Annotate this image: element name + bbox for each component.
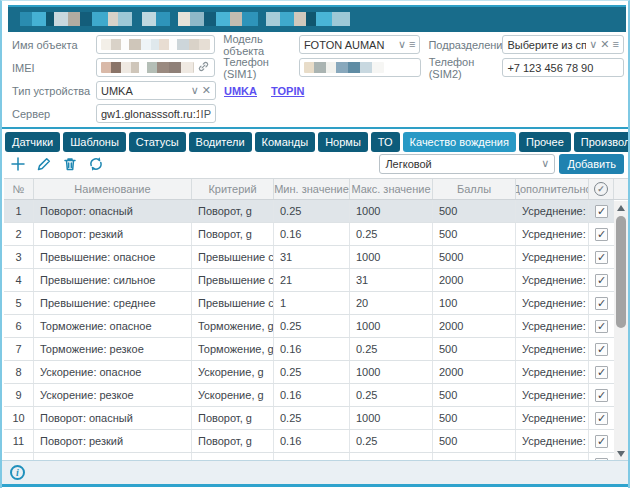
criterion-name: Поворот: опасный [34, 407, 192, 429]
criterion-type: Превышение с… [192, 453, 274, 460]
server-input[interactable]: gw1.glonasssoft.ru:1505 IP [96, 104, 216, 123]
list-menu-icon[interactable]: ≡ [409, 39, 415, 50]
row-checkbox[interactable]: ✓ [595, 274, 608, 287]
clear-icon[interactable]: ✕ [600, 39, 609, 50]
extra-info: Усреднение: П… [516, 200, 589, 222]
link-chain-icon[interactable] [197, 60, 210, 75]
table-row[interactable]: 1Поворот: опасныйПоворот, g0.251000500Ус… [4, 200, 614, 223]
tab-водители[interactable]: Водители [189, 132, 252, 152]
criterion-type: Поворот, g [192, 223, 274, 245]
criterion-name: Поворот: резкий [34, 223, 192, 245]
select-all-header[interactable]: ✓ [589, 179, 614, 199]
criterion-name: Торможение: опасное [34, 315, 192, 337]
row-checkbox[interactable]: ✓ [595, 366, 608, 379]
column-header[interactable]: Критерий [192, 179, 274, 199]
criterion-name: Ускорение: резкое [34, 384, 192, 406]
scroll-up-icon[interactable] [614, 201, 628, 215]
vehicle-type-select[interactable]: Легковой ∨ [379, 154, 555, 174]
min-value: 1 [274, 292, 350, 314]
tab-то[interactable]: ТО [371, 132, 400, 152]
device-type-value: UMKA [101, 85, 188, 97]
table-row[interactable]: 7Торможение: резкоеТорможение, g0.160.25… [4, 338, 614, 361]
phone-sim2-value: +7 123 456 78 90 [507, 62, 619, 74]
row-checkbox[interactable]: ✓ [595, 389, 608, 402]
extra-info: Усреднение: П… [516, 338, 589, 360]
max-value: 1000 [350, 315, 433, 337]
column-header[interactable]: Наименование [34, 179, 192, 199]
redacted-object-name-value [101, 39, 211, 50]
phone-sim1-input[interactable] [299, 58, 421, 77]
points: 500 [433, 338, 516, 360]
points: 500 [433, 200, 516, 222]
table-row[interactable]: 12Превышение: опасноеПревышение с…311000… [4, 453, 614, 460]
chevron-down-icon[interactable]: ∨ [191, 85, 199, 96]
redacted-imei-value [101, 62, 195, 73]
table-row[interactable]: 6Торможение: опасноеТорможение, g0.25100… [4, 315, 614, 338]
min-value: 21 [274, 269, 350, 291]
table-row[interactable]: 10Поворот: опасныйПоворот, g0.251000500У… [4, 407, 614, 430]
phone-sim2-label: Телефон (SIM2) [421, 56, 503, 80]
add-icon[interactable] [9, 155, 26, 172]
max-value: 20 [350, 292, 433, 314]
table-row[interactable]: 4Превышение: сильноеПревышение с…2131200… [4, 269, 614, 292]
column-header[interactable]: № [4, 179, 34, 199]
scrollbar-thumb[interactable] [616, 216, 626, 328]
sync-icon[interactable] [87, 155, 104, 172]
row-checkbox[interactable]: ✓ [595, 205, 608, 218]
min-value: 0.16 [274, 338, 350, 360]
subdivision-select[interactable]: Выберите из спис ∨ ✕ ≡ [502, 35, 624, 54]
tab-статусы[interactable]: Статусы [129, 132, 186, 152]
vertical-scrollbar[interactable] [614, 201, 628, 460]
table-row[interactable]: 3Превышение: опасноеПревышение с…3110005… [4, 246, 614, 269]
row-checkbox[interactable]: ✓ [595, 228, 608, 241]
link-umka[interactable]: UMKA [224, 85, 257, 97]
row-number: 3 [4, 246, 34, 268]
row-checkbox-cell: ✓ [589, 223, 614, 245]
edit-pencil-icon[interactable] [35, 155, 52, 172]
clear-icon[interactable]: ✕ [202, 85, 211, 96]
chevron-down-icon[interactable]: ∨ [589, 39, 597, 50]
column-header[interactable]: Баллы [433, 179, 516, 199]
tab-качество-вождения[interactable]: Качество вождения [403, 132, 516, 152]
tab-произвольные-поля[interactable]: Произвольные поля [574, 132, 630, 152]
tab-шаблоны[interactable]: Шаблоны [63, 132, 126, 152]
row-checkbox[interactable]: ✓ [595, 320, 608, 333]
row-checkbox[interactable]: ✓ [595, 251, 608, 264]
table-row[interactable]: 9Ускорение: резкоеУскорение, g0.160.2550… [4, 384, 614, 407]
scroll-down-icon[interactable] [614, 447, 628, 460]
row-number: 7 [4, 338, 34, 360]
object-model-select[interactable]: FOTON AUMAN ∨ ≡ [299, 35, 421, 54]
table-row[interactable]: 2Поворот: резкийПоворот, g0.160.25500Уср… [4, 223, 614, 246]
object-name-input[interactable] [96, 35, 216, 54]
table-row[interactable]: 8Ускорение: опасноеУскорение, g0.2510002… [4, 361, 614, 384]
link-topin[interactable]: TOPIN [271, 85, 304, 97]
table-row[interactable]: 11Поворот: резкийПоворот, g0.160.25500Ус… [4, 430, 614, 453]
row-checkbox-cell: ✓ [589, 292, 614, 314]
row-checkbox[interactable]: ✓ [595, 297, 608, 310]
tab-прочее[interactable]: Прочее [519, 132, 571, 152]
table-row[interactable]: 5Превышение: среднееПревышение с…120100У… [4, 292, 614, 315]
device-type-select[interactable]: UMKA ∨ ✕ [96, 81, 216, 100]
tab-команды[interactable]: Команды [255, 132, 316, 152]
row-checkbox[interactable]: ✓ [595, 412, 608, 425]
tab-нормы[interactable]: Нормы [318, 132, 368, 152]
row-checkbox[interactable]: ✓ [595, 343, 608, 356]
phone-sim2-input[interactable]: +7 123 456 78 90 [502, 58, 624, 77]
row-number: 11 [4, 430, 34, 452]
column-header[interactable]: Мин. значение [274, 179, 350, 199]
server-label: Сервер [6, 108, 96, 120]
list-menu-icon[interactable]: ≡ [613, 39, 619, 50]
column-header[interactable]: Дополнительно [516, 179, 589, 199]
row-number: 1 [4, 200, 34, 222]
chevron-down-icon[interactable]: ∨ [398, 39, 406, 50]
imei-input[interactable] [96, 58, 216, 77]
row-number: 12 [4, 453, 34, 460]
tab-датчики[interactable]: Датчики [5, 132, 60, 152]
info-icon[interactable]: i [10, 465, 25, 480]
row-checkbox[interactable]: ✓ [595, 435, 608, 448]
delete-trash-icon[interactable] [61, 155, 78, 172]
extra-info: Усреднение: П… [516, 292, 589, 314]
add-criterion-button[interactable]: Добавить [559, 154, 624, 174]
tab-bar: ДатчикиШаблоныСтатусыВодителиКомандыНорм… [2, 129, 628, 152]
column-header[interactable]: Макс. значение [350, 179, 433, 199]
